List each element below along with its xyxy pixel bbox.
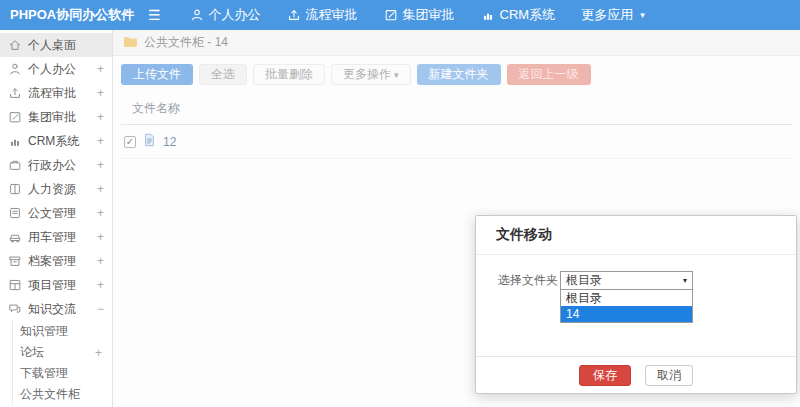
briefcase-icon <box>8 158 22 172</box>
expand-plus-icon[interactable]: + <box>97 230 104 244</box>
nav-item-group-approval[interactable]: 集团审批 <box>384 6 455 24</box>
expand-plus-icon[interactable]: + <box>97 254 104 268</box>
file-icon <box>143 133 156 150</box>
upload-file-button[interactable]: 上传文件 <box>121 64 193 85</box>
dialog-footer: 保存 取消 <box>476 356 796 393</box>
file-name: 12 <box>163 135 176 149</box>
car-icon <box>8 230 22 244</box>
sidebar-subitem-label: 知识管理 <box>20 323 102 340</box>
expand-plus-icon[interactable]: + <box>97 158 104 172</box>
folder-icon <box>123 35 138 51</box>
save-button[interactable]: 保存 <box>579 365 631 386</box>
home-icon <box>8 38 22 52</box>
nav-item-label: 个人办公 <box>209 6 261 24</box>
nav-item-label: CRM系统 <box>500 6 556 24</box>
knowledge-submenu: 知识管理 论坛 + 下载管理 公共文件柜 <box>12 321 112 405</box>
upload-icon <box>8 86 22 100</box>
sidebar-item-label: 用车管理 <box>28 229 97 246</box>
edit-icon <box>8 110 22 124</box>
expand-plus-icon[interactable]: + <box>97 134 104 148</box>
more-actions-label: 更多操作 <box>343 66 391 83</box>
chat-icon <box>8 302 22 316</box>
expand-plus-icon[interactable]: + <box>97 110 104 124</box>
nav-item-more-apps[interactable]: 更多应用 ▾ <box>581 6 645 24</box>
sidebar-item-label: 个人桌面 <box>28 37 104 54</box>
document-icon <box>8 206 22 220</box>
caret-down-icon: ▾ <box>640 10 645 20</box>
project-icon <box>8 278 22 292</box>
book-icon <box>8 182 22 196</box>
expand-plus-icon[interactable]: + <box>97 206 104 220</box>
sidebar-subitem-label: 公共文件柜 <box>20 386 102 403</box>
select-folder-label: 选择文件夹 <box>498 271 560 356</box>
option-14[interactable]: 14 <box>561 306 692 322</box>
cancel-button[interactable]: 取消 <box>645 365 693 386</box>
sidebar-item-human-resources[interactable]: 人力资源 + <box>0 177 112 201</box>
expand-plus-icon[interactable]: + <box>97 62 104 76</box>
bar-chart-icon <box>8 134 22 148</box>
sidebar-item-workflow-approval[interactable]: 流程审批 + <box>0 81 112 105</box>
sidebar-item-document-management[interactable]: 公文管理 + <box>0 201 112 225</box>
breadcrumb: 公共文件柜 - 14 <box>113 30 800 56</box>
sidebar-subitem-label: 论坛 <box>20 344 95 361</box>
sidebar-subitem-forum[interactable]: 论坛 + <box>13 342 112 363</box>
expand-plus-icon[interactable]: + <box>95 346 102 360</box>
expand-plus-icon[interactable]: + <box>97 182 104 196</box>
dialog-body: 选择文件夹 根目录 ▾ 根目录 14 <box>476 255 796 356</box>
hamburger-menu-icon[interactable]: ☰ <box>148 7 161 23</box>
row-checkbox[interactable]: ✓ <box>124 136 136 148</box>
sidebar-item-label: 个人办公 <box>28 61 97 78</box>
folder-select-options: 根目录 14 <box>560 290 693 323</box>
selected-option-value: 根目录 <box>566 272 602 289</box>
top-navbar: PHPOA协同办公软件 ☰ 个人办公 流程审批 集团审批 CRM系统 更多应用 … <box>0 0 800 30</box>
nav-item-workflow-approval[interactable]: 流程审批 <box>287 6 358 24</box>
sidebar-item-archive-management[interactable]: 档案管理 + <box>0 249 112 273</box>
sidebar-item-label: 集团审批 <box>28 109 97 126</box>
sidebar-item-label: 档案管理 <box>28 253 97 270</box>
caret-down-icon: ▾ <box>683 276 687 285</box>
file-move-dialog: 文件移动 选择文件夹 根目录 ▾ 根目录 14 保存 取消 <box>475 215 797 394</box>
more-actions-button[interactable]: 更多操作 ▾ <box>331 64 411 85</box>
sidebar-subitem-label: 下载管理 <box>20 365 102 382</box>
sidebar-item-label: CRM系统 <box>28 133 97 150</box>
folder-select[interactable]: 根目录 ▾ <box>560 271 693 290</box>
option-root-directory[interactable]: 根目录 <box>561 290 692 306</box>
batch-delete-button[interactable]: 批量删除 <box>253 64 325 85</box>
breadcrumb-label: 公共文件柜 - 14 <box>144 34 228 51</box>
sidebar-item-group-approval[interactable]: 集团审批 + <box>0 105 112 129</box>
select-all-button[interactable]: 全选 <box>199 64 247 85</box>
user-icon <box>190 8 204 22</box>
upload-icon <box>287 8 301 22</box>
new-folder-button[interactable]: 新建文件夹 <box>417 64 501 85</box>
sidebar-item-personal-desktop[interactable]: 个人桌面 <box>0 33 112 57</box>
edit-icon <box>384 8 398 22</box>
caret-down-icon: ▾ <box>394 70 399 80</box>
sidebar-item-label: 项目管理 <box>28 277 97 294</box>
sidebar-subitem-public-file-cabinet[interactable]: 公共文件柜 <box>13 384 112 405</box>
collapse-minus-icon[interactable]: − <box>97 302 104 316</box>
sidebar-item-label: 知识交流 <box>28 301 97 318</box>
back-up-level-button[interactable]: 返回上一级 <box>507 64 591 85</box>
archive-icon <box>8 254 22 268</box>
toolbar: 上传文件 全选 批量删除 更多操作 ▾ 新建文件夹 返回上一级 <box>113 56 800 92</box>
sidebar-item-knowledge-exchange[interactable]: 知识交流 − <box>0 297 112 321</box>
sidebar: 个人桌面 个人办公 + 流程审批 + 集团审批 + CRM系统 + 行政办公 + <box>0 30 113 407</box>
dialog-title: 文件移动 <box>476 216 796 255</box>
nav-item-label: 流程审批 <box>306 6 358 24</box>
sidebar-item-label: 行政办公 <box>28 157 97 174</box>
sidebar-subitem-knowledge-management[interactable]: 知识管理 <box>13 321 112 342</box>
nav-item-personal-office[interactable]: 个人办公 <box>190 6 261 24</box>
sidebar-item-personal-office[interactable]: 个人办公 + <box>0 57 112 81</box>
file-table-header: 文件名称 <box>121 94 792 125</box>
sidebar-item-crm-system[interactable]: CRM系统 + <box>0 129 112 153</box>
expand-plus-icon[interactable]: + <box>97 278 104 292</box>
sidebar-item-vehicle-management[interactable]: 用车管理 + <box>0 225 112 249</box>
sidebar-item-administration[interactable]: 行政办公 + <box>0 153 112 177</box>
sidebar-item-project-management[interactable]: 项目管理 + <box>0 273 112 297</box>
user-icon <box>8 62 22 76</box>
sidebar-item-label: 流程审批 <box>28 85 97 102</box>
nav-item-crm-system[interactable]: CRM系统 <box>481 6 556 24</box>
expand-plus-icon[interactable]: + <box>97 86 104 100</box>
sidebar-subitem-download-management[interactable]: 下载管理 <box>13 363 112 384</box>
table-row[interactable]: ✓ 12 <box>121 125 792 159</box>
